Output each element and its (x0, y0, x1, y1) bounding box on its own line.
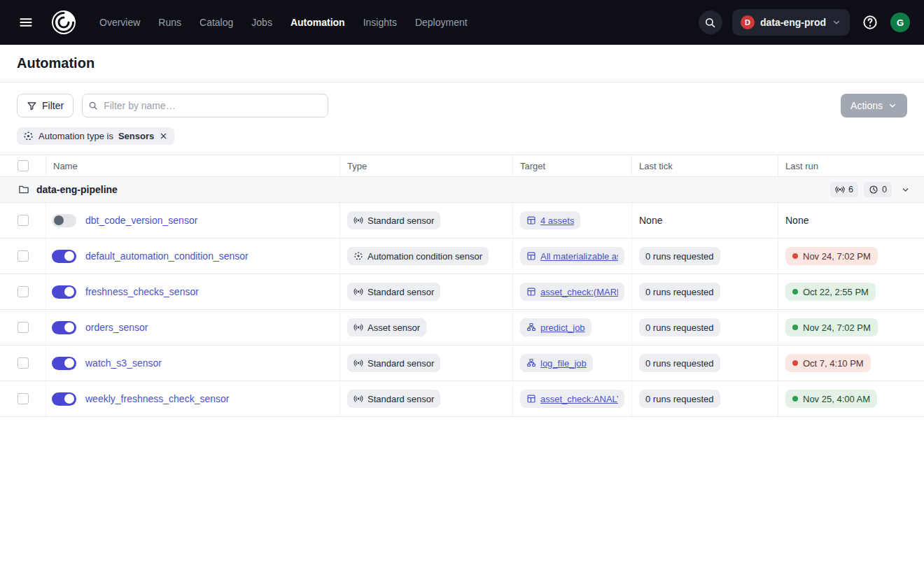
last-run-chip[interactable]: Oct 7, 4:10 PM (785, 354, 871, 372)
sensor-type-chip: Standard sensor (347, 283, 440, 301)
sensor-name-link[interactable]: watch_s3_sensor (85, 357, 162, 369)
nav-item-overview[interactable]: Overview (99, 17, 140, 28)
sensors-table: Name Type Target Last tick Last run data… (0, 155, 924, 417)
sensor-count-badge: 6 (830, 182, 858, 197)
navbar-right-cluster: D data-eng-prod G (699, 9, 910, 36)
status-dot-icon (792, 253, 798, 259)
filter-chip-value: Sensors (118, 131, 154, 141)
sensor-type-chip: Standard sensor (347, 354, 440, 372)
target-chip[interactable]: 4 assets (520, 211, 580, 229)
last-tick-chip: 0 runs requested (639, 390, 720, 408)
nav-item-catalog[interactable]: Catalog (200, 17, 233, 28)
code-location-group-row: data-eng-pipeline 6 0 (0, 177, 924, 203)
status-dot-icon (792, 360, 798, 366)
filter-icon (27, 101, 37, 111)
sensor-icon (354, 358, 363, 368)
sensor-icon (354, 394, 363, 404)
nav-item-automation[interactable]: Automation (290, 17, 345, 28)
row-checkbox[interactable] (18, 357, 29, 369)
deployment-badge: D (741, 15, 755, 29)
sensor-icon (354, 322, 363, 332)
sensor-toggle[interactable] (52, 285, 76, 299)
sensor-icon (354, 287, 363, 297)
nav-item-runs[interactable]: Runs (158, 17, 181, 28)
sensor-type-chip: Asset sensor (347, 318, 426, 336)
job-icon (526, 358, 536, 368)
status-dot-icon (792, 289, 798, 294)
close-icon (159, 132, 168, 141)
row-checkbox[interactable] (18, 393, 29, 404)
global-search-button[interactable] (699, 10, 722, 34)
top-navbar: Overview Runs Catalog Jobs Automation In… (0, 0, 924, 45)
job-icon (526, 322, 536, 332)
folder-icon (18, 184, 29, 195)
column-header-last-run: Last run (778, 155, 924, 176)
sensor-toggle[interactable] (52, 250, 76, 263)
user-avatar[interactable]: G (890, 13, 910, 32)
dagster-logo[interactable] (50, 9, 77, 36)
target-chip[interactable]: predict_job (520, 318, 592, 336)
nav-item-jobs[interactable]: Jobs (251, 17, 272, 28)
help-button[interactable] (860, 12, 881, 33)
row-checkbox[interactable] (18, 250, 29, 262)
sensor-toggle[interactable] (52, 321, 76, 334)
target-chip[interactable]: All materializable as (520, 247, 624, 265)
primary-nav: Overview Runs Catalog Jobs Automation In… (99, 17, 468, 28)
filter-by-name-input[interactable] (82, 94, 328, 118)
name-filter (82, 94, 328, 118)
asset-icon (526, 215, 536, 225)
select-all-checkbox[interactable] (18, 160, 29, 171)
target-chip[interactable]: asset_check:(MARK (520, 283, 624, 301)
sensor-name-link[interactable]: dbt_code_version_sensor (85, 215, 197, 226)
sensor-toggle[interactable] (52, 392, 76, 406)
target-chip[interactable]: asset_check:ANALY (520, 390, 624, 408)
column-header-type: Type (340, 155, 513, 176)
asset-icon (526, 287, 536, 297)
actions-button[interactable]: Actions (841, 94, 907, 118)
nav-item-deployment[interactable]: Deployment (415, 17, 468, 28)
remove-filter-button[interactable] (159, 132, 168, 141)
sensor-icon (835, 185, 845, 194)
page-header: Automation (0, 45, 924, 83)
last-tick-chip: 0 runs requested (639, 318, 720, 336)
table-row: dbt_code_version_sensor Standard sensor … (0, 203, 924, 239)
table-row: watch_s3_sensor Standard sensor log_file… (0, 346, 924, 381)
last-run-chip[interactable]: Nov 25, 4:00 AM (785, 390, 877, 408)
sensor-type-chip: Standard sensor (347, 211, 440, 229)
sensor-toggle[interactable] (52, 214, 76, 227)
hamburger-menu-icon[interactable] (14, 10, 38, 34)
collapse-group-button[interactable] (897, 182, 913, 197)
toolbar: Filter Actions (0, 83, 924, 127)
search-icon (88, 101, 98, 111)
filter-chip-prefix: Automation type is (38, 131, 113, 141)
last-tick-chip: 0 runs requested (639, 247, 720, 265)
sensor-name-link[interactable]: default_automation_condition_sensor (85, 250, 248, 262)
chevron-down-icon (901, 185, 910, 194)
deployment-switcher[interactable]: D data-eng-prod (732, 9, 850, 36)
deployment-name: data-eng-prod (760, 17, 826, 28)
last-run-chip[interactable]: Nov 24, 7:02 PM (785, 318, 878, 336)
row-checkbox[interactable] (18, 215, 29, 226)
last-run-chip[interactable]: Oct 22, 2:55 PM (785, 283, 876, 301)
last-run-chip[interactable]: Nov 24, 7:02 PM (785, 247, 878, 265)
sensor-type-chip: Standard sensor (347, 390, 440, 408)
row-checkbox[interactable] (18, 286, 29, 297)
table-header: Name Type Target Last tick Last run (0, 155, 924, 177)
filter-button-label: Filter (42, 100, 64, 111)
sensor-type-chip: Automation condition sensor (347, 247, 489, 265)
table-row: weekly_freshness_check_sensor Standard s… (0, 381, 924, 417)
group-counts: 6 0 (830, 182, 913, 197)
automation-condition-icon (354, 251, 363, 261)
column-header-target: Target (513, 155, 632, 176)
sensor-name-link[interactable]: freshness_checks_sensor (85, 286, 199, 297)
sensor-name-link[interactable]: orders_sensor (85, 322, 148, 333)
sensor-name-link[interactable]: weekly_freshness_check_sensor (85, 393, 229, 404)
sensor-toggle[interactable] (52, 357, 76, 370)
nav-item-insights[interactable]: Insights (363, 17, 397, 28)
target-chip[interactable]: log_file_job (520, 354, 593, 372)
active-filters-row: Automation type is Sensors (0, 127, 924, 155)
row-checkbox[interactable] (18, 322, 29, 333)
filter-button[interactable]: Filter (17, 94, 74, 118)
table-row: orders_sensor Asset sensor predict_job 0… (0, 310, 924, 346)
asset-icon (526, 394, 536, 404)
